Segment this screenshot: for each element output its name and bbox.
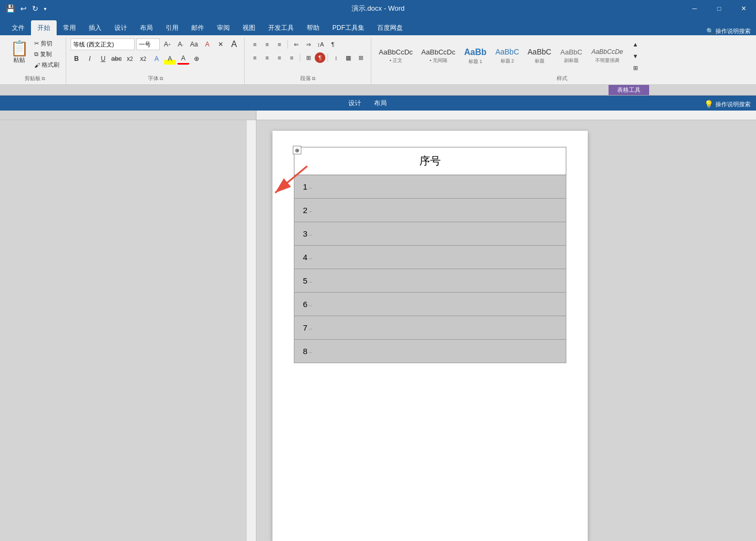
superscript-button[interactable]: x2 [137,53,149,65]
font-more-icon[interactable]: ⊕ [191,53,202,65]
tab-review[interactable]: 审阅 [211,20,236,35]
tab-common[interactable]: 常用 [57,20,82,35]
subscript-button[interactable]: x2 [124,53,136,65]
help-icon[interactable]: 💡 [704,100,713,108]
highlight-button[interactable]: A [164,53,176,65]
tab-mailings[interactable]: 邮件 [185,20,211,35]
close-button[interactable]: ✕ [731,0,756,17]
font-color-button[interactable]: A [177,53,189,65]
minimize-button[interactable]: ─ [682,0,707,17]
style-subtle-emphasis[interactable]: AaBbCcDe 不明显强调 [588,42,626,70]
table-cell-2[interactable]: 2→ [294,199,566,222]
increase-indent-button[interactable]: ⇒ [302,38,314,50]
decrease-indent-button[interactable]: ⇐ [290,38,302,50]
bold-button[interactable]: B [71,53,82,65]
tab-pdf[interactable]: PDF工具集 [326,20,371,35]
text-effect-button[interactable]: A [151,53,162,65]
tab-references[interactable]: 引用 [159,20,185,35]
table-move-handle[interactable]: ⊕ [293,146,301,154]
align-left-button[interactable]: ≡ [249,52,261,64]
font-expand-icon[interactable]: ⧉ [160,76,163,82]
styles-scroll-up[interactable]: ▲ [629,38,641,50]
table-cell-4[interactable]: 4→ [294,246,566,269]
font-name-input[interactable] [71,38,135,50]
clipboard-expand-icon[interactable]: ⧉ [42,76,45,82]
borders-button[interactable]: ⊞ [355,52,367,64]
quick-access-toolbar[interactable]: 💾 ↩ ↻ ▾ [4,3,48,14]
table-row[interactable]: 8→ [294,340,566,363]
styles-scroll-down[interactable]: ▼ [629,50,641,62]
style-subtitle[interactable]: AaBbC 副标题 [557,42,586,70]
strikethrough-button[interactable]: abc [111,53,122,65]
save-icon[interactable]: 💾 [4,3,17,14]
tab-design[interactable]: 设计 [108,20,134,35]
copy-button[interactable]: ⧉复制 [32,49,61,59]
show-marks-button[interactable]: ¶ [327,38,339,50]
cut-button[interactable]: ✂剪切 [32,38,61,49]
font-size-input[interactable] [136,38,160,50]
table-cell-7[interactable]: 7→ [294,316,566,340]
page-scroll-area[interactable]: ⊕ 序号 1→ 2→ [256,120,756,541]
table-tools-bar: 表格工具 [0,85,756,96]
search-button[interactable]: 🔍 操作说明搜索 [706,27,751,35]
justify-button[interactable]: ≡ [286,52,298,64]
shading-button[interactable]: ▦ [342,52,354,64]
table-cell-3[interactable]: 3→ [294,222,566,246]
maximize-button[interactable]: □ [707,0,731,17]
window-controls[interactable]: ─ □ ✕ [682,0,756,17]
table-row[interactable]: 1→ [294,175,566,199]
style-no-spacing[interactable]: AaBbCcDc ▪ 无间隔 [418,42,459,70]
table-row[interactable]: 6→ [294,293,566,316]
column-layout-button[interactable]: ⊞ [302,52,314,64]
tab-layout[interactable]: 布局 [134,20,159,35]
table-row[interactable]: 5→ [294,269,566,293]
tab-developer[interactable]: 开发工具 [262,20,300,35]
tab-home[interactable]: 开始 [31,20,57,35]
font-grow-button[interactable]: A+ [161,38,173,50]
table-cell-6[interactable]: 6→ [294,293,566,316]
search-label[interactable]: 操作说明搜索 [715,100,751,108]
font-shrink-button[interactable]: A- [175,38,186,50]
underline-button[interactable]: U [97,53,109,65]
line-spacing-button[interactable]: ↕ [330,52,342,64]
redo-icon[interactable]: ↻ [30,3,40,14]
align-right-button[interactable]: ≡ [274,52,285,64]
tab-table-design[interactable]: 设计 [342,96,368,111]
paragraph-expand-icon[interactable]: ⧉ [312,76,315,82]
window-title: 演示.docx - Word [352,4,404,13]
tab-insert[interactable]: 插入 [82,20,108,35]
table-cell-1[interactable]: 1→ [294,175,566,199]
font-big-A[interactable]: A [228,38,240,50]
more-icon[interactable]: ▾ [42,5,48,13]
table-row[interactable]: 2→ [294,199,566,222]
table-row[interactable]: 3→ [294,222,566,246]
table-cell-8[interactable]: 8→ [294,340,566,363]
format-painter-button[interactable]: 🖌格式刷 [32,60,61,70]
tab-baidu[interactable]: 百度网盘 [371,20,409,35]
styles-expand[interactable]: ⊞ [629,62,641,74]
table-cell-5[interactable]: 5→ [294,269,566,293]
multilevel-list-button[interactable]: ≡ [274,38,285,50]
style-title[interactable]: AaBbC 标题 [525,42,555,70]
font-color-eraser-icon[interactable]: ✕ [215,38,227,50]
tab-table-layout[interactable]: 布局 [368,96,393,111]
clear-format-button[interactable]: A [201,38,213,50]
numbering-button[interactable]: ≡ [261,38,273,50]
tab-help[interactable]: 帮助 [300,20,326,35]
style-normal[interactable]: AaBbCcDc ▪ 正文 [376,42,416,70]
word-table: 序号 1→ 2→ 3→ 4→ [294,147,566,363]
table-row[interactable]: 7→ [294,316,566,340]
bullets-button[interactable]: ≡ [249,38,261,50]
undo-icon[interactable]: ↩ [19,3,28,14]
sort-button[interactable]: ↕A [315,38,326,50]
style-heading2[interactable]: AaBbC 标题 2 [492,42,522,70]
change-case-button[interactable]: Aa [188,38,200,50]
paste-button[interactable]: 📋 粘贴 [7,38,31,66]
tab-view[interactable]: 视图 [236,20,262,35]
table-row[interactable]: 4→ [294,246,566,269]
align-center-button[interactable]: ≡ [261,52,273,64]
tab-file[interactable]: 文件 [5,20,31,35]
style-heading1[interactable]: AaBb 标题 1 [461,42,490,70]
italic-button[interactable]: I [84,53,96,65]
paragraph-mark-active-button[interactable]: ¶ [315,52,325,63]
